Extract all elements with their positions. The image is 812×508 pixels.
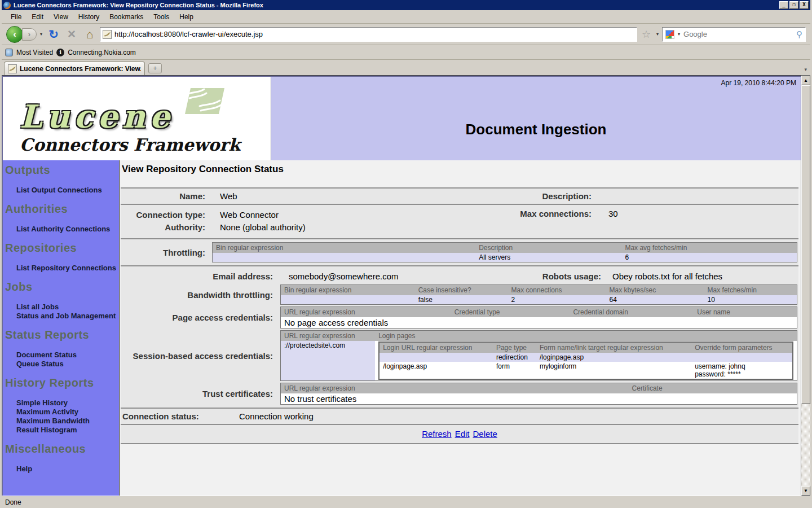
- status-text: Done: [5, 498, 21, 506]
- timestamp: Apr 19, 2010 8:44:20 PM: [721, 79, 796, 87]
- page-access-section: Page access credentials: URL regular exp…: [121, 306, 798, 329]
- menu-view[interactable]: View: [49, 11, 73, 23]
- bookmark-dropdown-icon[interactable]: ▾: [655, 32, 660, 37]
- row-connection-type: Connection type: Authority: Web Connecto…: [121, 205, 798, 239]
- search-box[interactable]: ▾ ⚲: [662, 27, 806, 42]
- connection-detail-table: Name: Web Description: Connection type: …: [121, 187, 798, 444]
- sidebar-item-maximum-activity[interactable]: Maximum Activity: [16, 408, 119, 417]
- delete-link[interactable]: Delete: [473, 429, 497, 439]
- firefox-icon: [3, 2, 11, 9]
- search-icon[interactable]: ⚲: [796, 29, 802, 40]
- sidebar-item-queue-status[interactable]: Queue Status: [16, 360, 119, 369]
- browser-window: Lucene Connectors Framework: View Reposi…: [0, 0, 812, 508]
- sidebar-item-list-authority-connections[interactable]: List Authority Connections: [16, 225, 119, 234]
- page-title: View Repository Connection Status: [121, 164, 798, 175]
- search-input[interactable]: [683, 30, 794, 38]
- session-access-table: URL regular expression Login pages ://pr…: [280, 330, 797, 381]
- close-button[interactable]: X: [800, 1, 809, 9]
- bandwidth-header-max-conn: Max connections: [508, 285, 606, 296]
- sidebar-item-list-output-connections[interactable]: List Output Connections: [16, 186, 119, 195]
- email-label: Email address:: [121, 271, 273, 281]
- sidebar-item-status-job-management[interactable]: Status and Job Management: [16, 312, 119, 321]
- sidebar-heading-history-reports: History Reports: [5, 376, 119, 389]
- trust-empty-message: No trust certificates: [281, 393, 797, 405]
- throttling-description-value: All servers: [475, 253, 621, 262]
- list-tabs-icon[interactable]: ▾: [804, 67, 807, 72]
- home-button[interactable]: ⌂: [82, 28, 98, 41]
- sidebar-heading-status-reports: Status Reports: [5, 329, 119, 341]
- bandwidth-header-max-kbytes: Max kbytes/sec: [606, 285, 704, 296]
- login-header-override: Override form parameters: [691, 342, 793, 353]
- history-dropdown-icon[interactable]: ▾: [39, 32, 43, 37]
- sidebar-heading-outputs: Outputs: [5, 164, 119, 177]
- header-banner: Apr 19, 2010 8:44:20 PM Document Ingesti…: [271, 77, 801, 160]
- restore-button[interactable]: ❐: [789, 1, 798, 9]
- menu-history[interactable]: History: [74, 11, 104, 23]
- login-url-value-2: /loginpage.asp: [379, 362, 493, 379]
- minimize-button[interactable]: _: [779, 1, 788, 9]
- sidebar-item-help[interactable]: Help: [16, 465, 119, 474]
- scroll-down-icon[interactable]: ▼: [801, 486, 810, 496]
- url-input[interactable]: [114, 30, 634, 38]
- bandwidth-table: Bin regular expression Case insensitive?…: [280, 284, 797, 305]
- login-page-type-2: form: [493, 362, 536, 379]
- login-pages-table: Login URL regular expression Page type F…: [378, 341, 793, 380]
- search-engine-dropdown-icon[interactable]: ▾: [677, 32, 681, 37]
- scroll-up-icon[interactable]: ▲: [801, 76, 810, 85]
- scrollbar-track[interactable]: [801, 404, 810, 486]
- login-form-name-1: /loginpage.asp: [536, 353, 691, 362]
- page-access-label: Page access credentials:: [121, 313, 273, 322]
- bandwidth-header-bin: Bin regular expression: [281, 285, 415, 296]
- bookmark-star-icon[interactable]: ☆: [639, 28, 653, 41]
- forward-button[interactable]: ›: [22, 28, 37, 41]
- sidebar-item-list-repository-connections[interactable]: List Repository Connections: [16, 264, 119, 273]
- menu-tools[interactable]: Tools: [149, 11, 174, 23]
- session-url-value: ://protectedsite\.com: [281, 341, 376, 381]
- session-access-label: Session-based access credentials:: [121, 351, 273, 361]
- menu-file[interactable]: File: [6, 11, 26, 23]
- tab-active[interactable]: Lucene Connectors Framework: View...: [4, 62, 145, 75]
- page-viewport: Lucene Connectors Framework Apr 19, 2010…: [2, 75, 810, 496]
- url-bar[interactable]: [100, 27, 637, 42]
- info-icon: i: [56, 49, 64, 56]
- sidebar-item-result-histogram[interactable]: Result Histogram: [16, 426, 119, 435]
- lucene-logo-text: Lucene: [20, 99, 174, 134]
- login-header-url: Login URL regular expression: [379, 342, 493, 353]
- row-connection-status: Connection status: Connection working: [121, 409, 798, 425]
- row-name-description: Name: Web Description:: [121, 189, 798, 205]
- sidebar-item-document-status[interactable]: Document Status: [16, 351, 119, 360]
- bookmarks-toolbar: Most Visited i Connecting.Nokia.com: [2, 45, 810, 60]
- new-tab-button[interactable]: +: [148, 63, 162, 73]
- sidebar-item-maximum-bandwidth[interactable]: Maximum Bandwidth: [16, 417, 119, 426]
- menu-bookmarks[interactable]: Bookmarks: [105, 11, 148, 23]
- site-favicon: [103, 30, 112, 39]
- connection-type-authority-labels: Connection type: Authority:: [121, 209, 205, 234]
- page-access-table: URL regular expression Credential type C…: [280, 306, 797, 329]
- bandwidth-max-fetches-value: 10: [704, 295, 797, 305]
- edit-link[interactable]: Edit: [455, 429, 470, 439]
- main-content: View Repository Connection Status Name: …: [120, 160, 801, 496]
- menu-help[interactable]: Help: [175, 11, 198, 23]
- throttling-row: All servers 6: [213, 253, 797, 262]
- navigation-toolbar: ‹ › ▾ ↻ ✕ ⌂ ☆ ▾ ▾ ⚲: [2, 24, 810, 45]
- menu-edit[interactable]: Edit: [27, 11, 48, 23]
- max-connections-label: Max connections:: [434, 209, 592, 218]
- tab-bar: Lucene Connectors Framework: View... + ▾: [2, 60, 810, 75]
- trust-label: Trust certificates:: [121, 389, 273, 398]
- sidebar-item-list-all-jobs[interactable]: List all Jobs: [16, 303, 119, 312]
- stop-button[interactable]: ✕: [64, 28, 80, 41]
- vertical-scrollbar: ▲ ▼: [801, 76, 810, 496]
- bookmark-most-visited[interactable]: Most Visited: [16, 49, 53, 56]
- bookmark-nokia[interactable]: Connecting.Nokia.com: [68, 49, 136, 56]
- sidebar-item-simple-history[interactable]: Simple History: [16, 398, 119, 408]
- sidebar-heading-jobs: Jobs: [5, 281, 119, 294]
- page-access-header-url: URL regular expression: [281, 307, 451, 318]
- refresh-link[interactable]: Refresh: [422, 429, 452, 439]
- connectors-framework-text: Connectors Framework: [20, 135, 271, 155]
- scrollbar-thumb[interactable]: [801, 85, 810, 404]
- bandwidth-header-case: Case insensitive?: [415, 285, 508, 296]
- trust-certificates-section: Trust certificates: URL regular expressi…: [121, 383, 798, 405]
- back-button[interactable]: ‹: [6, 26, 23, 43]
- trust-table: URL regular expression Certificate No tr…: [280, 383, 797, 405]
- reload-button[interactable]: ↻: [46, 28, 61, 41]
